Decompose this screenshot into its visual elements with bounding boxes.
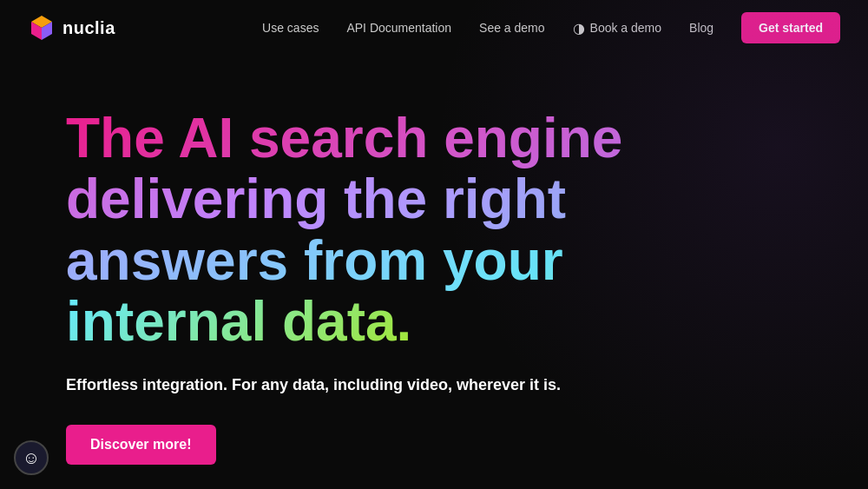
hero-heading-text: The AI search engine delivering the righ… [66,107,622,353]
nav-book-demo[interactable]: ◑ Book a demo [573,20,662,36]
hero-subtext: Effortless integration. For any data, in… [66,373,628,397]
chat-widget-button[interactable]: ☺ [14,440,49,475]
hero-heading: The AI search engine delivering the righ… [66,108,628,353]
nav-api-docs[interactable]: API Documentation [346,21,451,35]
discover-more-button[interactable]: Discover more! [66,425,216,465]
logo[interactable]: nuclia [28,14,115,42]
logo-name: nuclia [62,18,115,38]
logo-icon [28,14,56,42]
hero-section: The AI search engine delivering the righ… [0,56,694,489]
nav-use-cases[interactable]: Use cases [262,21,319,35]
get-started-button[interactable]: Get started [741,12,840,43]
book-demo-label: Book a demo [590,21,662,35]
nav-links: Use cases API Documentation See a demo ◑… [262,12,840,43]
book-demo-icon: ◑ [573,20,585,36]
chat-widget-icon: ☺ [23,448,40,468]
nav-see-demo[interactable]: See a demo [479,21,545,35]
navbar: nuclia Use cases API Documentation See a… [0,0,868,56]
nav-blog[interactable]: Blog [689,21,713,35]
